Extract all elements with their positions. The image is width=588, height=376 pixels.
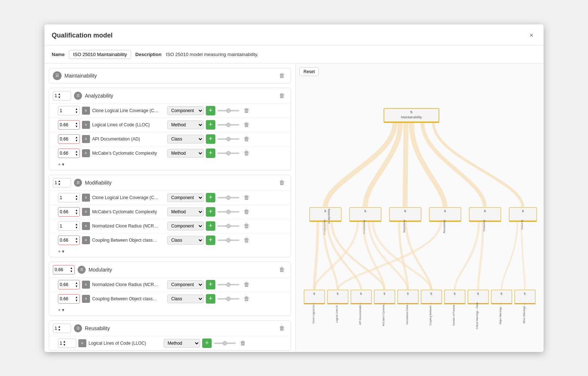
root-label: Maintainability (401, 115, 422, 119)
metric-row: 0.66▲▼ ≡ Normalized Clone Radius (NCR… C… (49, 277, 291, 292)
metric-row: 0.66▲▼ ≡ McCabe's Cyclomatic Complexity … (49, 205, 291, 219)
metric-name-1: Clone Logical Line Coverage (C… (92, 108, 165, 113)
left-panel: ☰ Maintainability 🗑 1 ▲▼ ☰ Analyzability… (44, 64, 296, 352)
mod2-metric-slider-2[interactable] (217, 298, 239, 300)
mod2-metric-weight-1[interactable]: 0.66▲▼ (58, 280, 80, 289)
mod-metric-slider-2[interactable] (217, 211, 239, 213)
metric-add-1[interactable]: + (206, 106, 215, 115)
desc-label: Description (136, 52, 162, 57)
metric-weight-4[interactable]: 0.66▲▼ (58, 149, 80, 158)
mod2-metric-weight-2[interactable]: 0.66▲▼ (58, 294, 80, 304)
mod-metric-slider-3[interactable] (217, 225, 239, 227)
reset-button[interactable]: Reset (299, 67, 319, 76)
add-metric-dropdown-2[interactable]: + ▾ (58, 249, 64, 254)
root-value: 5 (411, 110, 413, 114)
leaf-6-value: 5 (430, 292, 432, 296)
mod-metric-scope-4[interactable]: Class (167, 236, 204, 245)
mod-metric-delete-1[interactable]: 🗑 (242, 194, 252, 202)
mod-metric-name-4: Coupling Between Object class… (92, 238, 165, 243)
reuse-metric-add-1[interactable]: + (202, 339, 212, 348)
mod-metric-name-3: Normalized Clone Radius (NCR… (92, 223, 165, 229)
mod-metric-weight-3[interactable]: 1▲▼ (58, 221, 80, 231)
mod-metric-scope-3[interactable]: Component (167, 222, 204, 230)
metric-weight-3[interactable]: 0.66▲▼ (58, 134, 80, 144)
flow-mat-l9 (501, 222, 517, 290)
metric-slider-3[interactable] (217, 138, 239, 140)
right-panel: Reset 5 Maintainability 5 Analyzability … (296, 64, 544, 352)
add-metric-row-modifiability: + ▾ (49, 247, 291, 257)
analyzability-delete-button[interactable]: 🗑 (277, 92, 287, 100)
reuse-metric-delete-1[interactable]: 🗑 (238, 339, 248, 347)
maintainability-delete-button[interactable]: 🗑 (277, 72, 287, 80)
reuse-metric-weight-1[interactable]: 1▲▼ (58, 339, 76, 348)
metric-delete-4[interactable]: 🗑 (242, 149, 252, 157)
reusability-delete-button[interactable]: 🗑 (277, 324, 287, 332)
metric-scope-4[interactable]: Method (167, 149, 204, 158)
mod-metric-add-2[interactable]: + (206, 207, 215, 217)
metric-row: 0.66▲▼ ≡ API Documentation (AD) Class + … (49, 132, 291, 146)
reuse-metric-scope-1[interactable]: Method (164, 339, 200, 348)
reuse-metric-slider-1[interactable] (214, 343, 236, 344)
mod-metric-scope-1[interactable]: Component (167, 193, 204, 202)
metric-delete-2[interactable]: 🗑 (242, 121, 252, 129)
mod-metric-add-4[interactable]: + (206, 236, 215, 245)
analyzability-section: 1 ▲▼ ☰ Analyzability 🗑 1▲▼ ≡ Clone Logic… (49, 88, 291, 170)
mod-metric-delete-2[interactable]: 🗑 (242, 208, 252, 216)
metric-slider-1[interactable] (217, 110, 239, 111)
metric-icon-3: ≡ (82, 135, 90, 143)
model-name-value: ISO 25010 Maintainability (69, 50, 131, 59)
modal-header: Qualification model × (44, 24, 544, 45)
metric-scope-3[interactable]: Class (167, 135, 204, 143)
mod-metric-add-3[interactable]: + (206, 221, 215, 231)
reusability-value: 5 (444, 209, 446, 213)
metric-add-2[interactable]: + (206, 120, 215, 130)
mod-metric-weight-4[interactable]: 0.66▲▼ (58, 236, 80, 245)
mod-metric-weight-1[interactable]: 1▲▼ (58, 193, 80, 202)
mod-metric-delete-3[interactable]: 🗑 (242, 222, 252, 230)
metric-weight-2[interactable]: 0.66▲▼ (58, 120, 80, 130)
leaf-2-value: 5 (337, 292, 339, 296)
mod-metric-delete-4[interactable]: 🗑 (242, 236, 252, 244)
mod2-metric-add-1[interactable]: + (206, 280, 215, 289)
metric-add-4[interactable]: + (206, 149, 215, 158)
modifiability-weight-input[interactable]: 1 ▲▼ (53, 178, 71, 187)
metric-delete-1[interactable]: 🗑 (242, 107, 252, 115)
mod-metric-name-2: McCabe's Cyclomatic Complexity (92, 209, 165, 214)
mod-metric-scope-2[interactable]: Method (167, 207, 204, 216)
metric-weight-1[interactable]: 1▲▼ (58, 106, 80, 115)
leaf-10-label: Minor Warnings -… (523, 302, 526, 323)
leaf-3-label: API Documentatio… (359, 302, 361, 325)
metric-scope-1[interactable]: Component (167, 106, 204, 115)
mod2-metric-scope-1[interactable]: Component (167, 280, 204, 289)
mod2-metric-delete-1[interactable]: 🗑 (242, 281, 252, 289)
metric-row: 0.66▲▼ ≡ Coupling Between Object class… … (49, 292, 291, 306)
close-button[interactable]: × (526, 30, 536, 41)
metric-slider-4[interactable] (217, 153, 239, 154)
modifiability-delete-button[interactable]: 🗑 (277, 179, 287, 187)
reusability-weight-input[interactable]: 1 ▲▼ (53, 324, 71, 333)
metric-add-3[interactable]: + (206, 134, 215, 144)
flow-root-reusability (411, 123, 445, 207)
mod-metric-weight-2[interactable]: 0.66▲▼ (58, 207, 80, 217)
modularity-delete-button[interactable]: 🗑 (277, 266, 287, 274)
leaf-5-label: Normalized Clone… (406, 302, 408, 324)
mod2-metric-slider-1[interactable] (217, 284, 239, 285)
analyzability-weight-input[interactable]: 1 ▲▼ (53, 91, 71, 100)
mod2-metric-add-2[interactable]: + (206, 294, 215, 304)
mod2-metric-scope-2[interactable]: Class (167, 294, 204, 303)
mod-metric-slider-1[interactable] (217, 197, 239, 198)
metric-name-4: McCabe's Cyclomatic Complexity (92, 151, 165, 156)
reusability-section: 1 ▲▼ ☰ Reusability 🗑 1▲▼ ≡ Logical Lines… (49, 320, 291, 351)
mod-metric-add-1[interactable]: + (206, 193, 215, 202)
desc-value: ISO 25010 model measuring maintainabilit… (166, 52, 258, 57)
metric-scope-2[interactable]: Method (167, 120, 204, 129)
analyzability-title: Analyzability (85, 93, 274, 99)
metric-slider-2[interactable] (217, 124, 239, 126)
add-metric-dropdown-3[interactable]: + ▾ (58, 307, 64, 313)
mod2-metric-delete-2[interactable]: 🗑 (242, 295, 252, 303)
add-metric-dropdown-1[interactable]: + ▾ (58, 162, 64, 167)
metric-delete-3[interactable]: 🗑 (242, 135, 252, 143)
modularity-weight-input[interactable]: 0.66▲▼ (53, 265, 75, 274)
mod-metric-slider-4[interactable] (217, 240, 239, 241)
leaf-8-label: Critical Warnings - Class (476, 302, 479, 329)
